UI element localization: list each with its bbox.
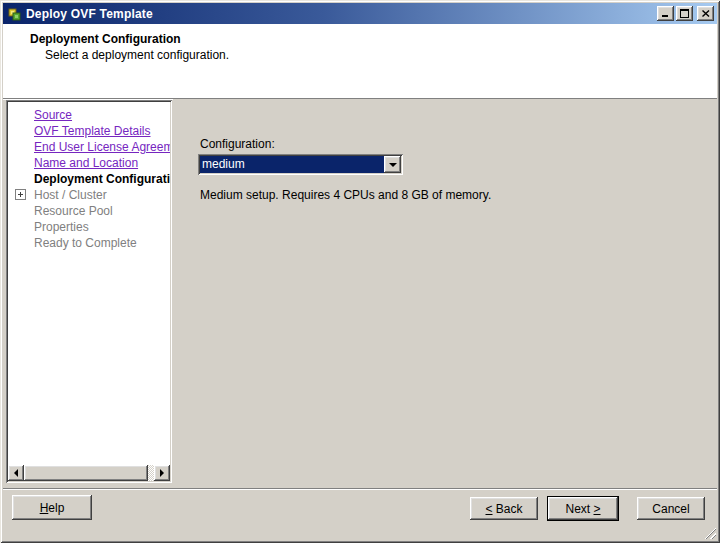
page-subtitle: Select a deployment configuration. bbox=[45, 48, 229, 62]
next-button[interactable]: Next > bbox=[548, 497, 618, 520]
deploy-ovf-template-dialog: Deploy OVF Template Deployment Configura… bbox=[0, 0, 720, 543]
window-title: Deploy OVF Template bbox=[26, 7, 655, 21]
expand-plus-icon[interactable] bbox=[15, 189, 26, 200]
help-button[interactable]: Help bbox=[12, 495, 92, 520]
wizard-steps-panel: Source OVF Template Details End User Lic… bbox=[6, 100, 172, 483]
titlebar[interactable]: Deploy OVF Template bbox=[3, 3, 717, 24]
scroll-right-icon bbox=[160, 469, 168, 477]
help-rest: elp bbox=[48, 501, 64, 515]
window-controls bbox=[655, 6, 714, 21]
wizard-header: Deployment Configuration Select a deploy… bbox=[3, 24, 717, 98]
ovf-package-icon bbox=[6, 6, 22, 22]
step-ovf-template-details[interactable]: OVF Template Details bbox=[8, 123, 170, 139]
resize-grip[interactable] bbox=[703, 526, 716, 539]
back-button[interactable]: < Back bbox=[470, 497, 538, 520]
scrollbar-thumb[interactable] bbox=[24, 465, 148, 481]
step-resource-pool: Resource Pool bbox=[8, 203, 170, 219]
back-rest: Back bbox=[493, 502, 523, 516]
scroll-right-button[interactable] bbox=[154, 465, 170, 481]
step-host-cluster-label: Host / Cluster bbox=[34, 188, 107, 202]
dropdown-arrow-button[interactable] bbox=[384, 156, 401, 173]
configuration-dropdown[interactable]: medium bbox=[198, 154, 403, 175]
step-properties: Properties bbox=[8, 219, 170, 235]
wizard-steps-list: Source OVF Template Details End User Lic… bbox=[8, 102, 170, 463]
scroll-left-button[interactable] bbox=[8, 465, 24, 481]
step-name-and-location[interactable]: Name and Location bbox=[8, 155, 170, 171]
step-ready-to-complete: Ready to Complete bbox=[8, 235, 170, 251]
close-button[interactable] bbox=[697, 6, 714, 21]
configuration-label: Configuration: bbox=[200, 137, 275, 151]
minimize-button[interactable] bbox=[657, 6, 674, 21]
step-source[interactable]: Source bbox=[8, 107, 170, 123]
scroll-left-icon bbox=[10, 469, 18, 477]
footer-divider bbox=[3, 488, 717, 490]
step-host-cluster: Host / Cluster bbox=[8, 187, 170, 203]
next-pre: Next bbox=[565, 502, 593, 516]
back-accel: < bbox=[485, 502, 492, 516]
next-accel: > bbox=[594, 502, 601, 516]
configuration-description: Medium setup. Requires 4 CPUs and 8 GB o… bbox=[200, 188, 491, 202]
configuration-selected-value[interactable]: medium bbox=[200, 156, 384, 173]
maximize-button[interactable] bbox=[676, 6, 693, 21]
step-deployment-configuration-current: Deployment Configuration bbox=[8, 171, 170, 187]
deployment-configuration-pane: Configuration: medium Medium setup. Requ… bbox=[173, 99, 717, 483]
cancel-button[interactable]: Cancel bbox=[637, 497, 705, 520]
chevron-down-icon bbox=[389, 163, 397, 171]
page-title: Deployment Configuration bbox=[30, 32, 181, 46]
step-end-user-license-agreement[interactable]: End User License Agreement bbox=[8, 139, 170, 155]
sidebar-horizontal-scrollbar[interactable] bbox=[8, 465, 170, 481]
